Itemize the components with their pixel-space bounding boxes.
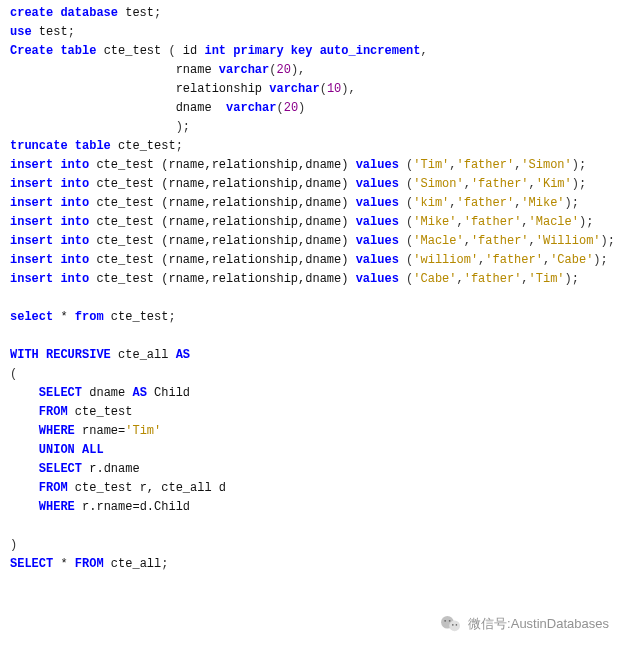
token-str: 'father': [471, 234, 529, 248]
token-kw: SELECT: [39, 462, 89, 476]
code-line: [10, 517, 617, 536]
token-id: cte_test (rname,relationship,dname): [96, 158, 355, 172]
token-id: dname: [176, 101, 226, 115]
token-kw: WHERE: [39, 424, 82, 438]
token-kw: values: [356, 234, 406, 248]
watermark-text: 微信号:AustinDatabases: [468, 614, 609, 633]
token-kw: FROM: [39, 405, 75, 419]
token-id: cte_test (rname,relationship,dname): [96, 272, 355, 286]
svg-point-3: [449, 619, 451, 621]
token-pn: ,: [421, 44, 428, 58]
token-pn: (: [320, 82, 327, 96]
token-kw: FROM: [75, 557, 111, 571]
token-id: cte_test: [118, 139, 176, 153]
code-line: UNION ALL: [10, 441, 617, 460]
token-pn: ,: [529, 177, 536, 191]
token-id: *: [53, 310, 75, 324]
svg-point-5: [456, 624, 458, 626]
sql-code-block: create database test;use test;Create tab…: [0, 0, 627, 578]
token-str: 'father': [457, 196, 515, 210]
token-kw: create database: [10, 6, 125, 20]
token-kw: select: [10, 310, 53, 324]
token-pn: );: [565, 272, 579, 286]
token-id: Child: [154, 386, 190, 400]
token-str: 'Macle': [413, 234, 463, 248]
watermark: 微信号:AustinDatabases: [440, 614, 609, 633]
token-kw: WHERE: [39, 500, 82, 514]
token-kw: use: [10, 25, 39, 39]
token-id: cte_test (rname,relationship,dname): [96, 215, 355, 229]
token-str: 'Mike': [521, 196, 564, 210]
token-pn: );: [572, 158, 586, 172]
token-pn: [10, 481, 39, 495]
token-ty: varchar: [219, 63, 269, 77]
code-line: );: [10, 118, 617, 137]
token-id: cte_test (rname,relationship,dname): [96, 177, 355, 191]
token-str: 'Cabe': [413, 272, 456, 286]
token-pn: [10, 462, 39, 476]
token-ty: varchar: [269, 82, 319, 96]
token-str: 'Cabe': [550, 253, 593, 267]
token-pn: ),: [291, 63, 305, 77]
token-kw: SELECT: [39, 386, 89, 400]
token-pn: ,: [449, 196, 456, 210]
token-pn: ,: [521, 272, 528, 286]
token-id: r.dname: [89, 462, 139, 476]
token-id: cte_test: [104, 44, 169, 58]
code-line: FROM cte_test r, cte_all d: [10, 479, 617, 498]
token-ty: int primary key auto_increment: [204, 44, 420, 58]
token-num: 10: [327, 82, 341, 96]
token-pn: ,: [521, 215, 528, 229]
token-id: cte_test (rname,relationship,dname): [96, 196, 355, 210]
token-pn: );: [572, 177, 586, 191]
token-pn: ;: [68, 25, 75, 39]
token-kw: values: [356, 272, 406, 286]
token-str: 'williom': [413, 253, 478, 267]
token-kw: UNION ALL: [39, 443, 104, 457]
token-pn: ,: [464, 234, 471, 248]
token-kw: insert into: [10, 177, 96, 191]
token-kw: insert into: [10, 272, 96, 286]
token-pn: [10, 500, 39, 514]
token-pn: ,: [457, 272, 464, 286]
token-id: cte_test (rname,relationship,dname): [96, 234, 355, 248]
token-pn: ),: [341, 82, 355, 96]
code-line: SELECT r.dname: [10, 460, 617, 479]
token-pn: [10, 443, 39, 457]
token-kw: FROM: [39, 481, 75, 495]
token-str: 'father': [457, 158, 515, 172]
token-id: r.rname=d.Child: [82, 500, 190, 514]
code-line: insert into cte_test (rname,relationship…: [10, 194, 617, 213]
token-kw: insert into: [10, 215, 96, 229]
token-id: dname: [89, 386, 132, 400]
token-pn: );: [579, 215, 593, 229]
code-line: relationship varchar(10),: [10, 80, 617, 99]
token-pn: ): [298, 101, 305, 115]
token-str: 'Tim': [413, 158, 449, 172]
token-pn: ;: [168, 310, 175, 324]
token-id: test: [125, 6, 154, 20]
token-str: 'Macle': [529, 215, 579, 229]
token-id: rname=: [82, 424, 125, 438]
token-id: cte_test: [75, 405, 133, 419]
token-str: 'Tim': [529, 272, 565, 286]
code-line: truncate table cte_test;: [10, 137, 617, 156]
token-kw: values: [356, 215, 406, 229]
code-line: Create table cte_test ( id int primary k…: [10, 42, 617, 61]
token-pn: );: [601, 234, 615, 248]
token-pn: ,: [449, 158, 456, 172]
token-kw: values: [356, 196, 406, 210]
token-pn: );: [10, 120, 190, 134]
token-str: 'Tim': [125, 424, 161, 438]
token-id: test: [39, 25, 68, 39]
code-line: WHERE rname='Tim': [10, 422, 617, 441]
token-pn: (: [10, 367, 17, 381]
code-line: SELECT dname AS Child: [10, 384, 617, 403]
code-line: WITH RECURSIVE cte_all AS: [10, 346, 617, 365]
token-kw: insert into: [10, 234, 96, 248]
code-line: dname varchar(20): [10, 99, 617, 118]
token-kw: SELECT: [10, 557, 53, 571]
token-kw: values: [356, 158, 406, 172]
token-kw: from: [75, 310, 111, 324]
code-line: insert into cte_test (rname,relationship…: [10, 213, 617, 232]
